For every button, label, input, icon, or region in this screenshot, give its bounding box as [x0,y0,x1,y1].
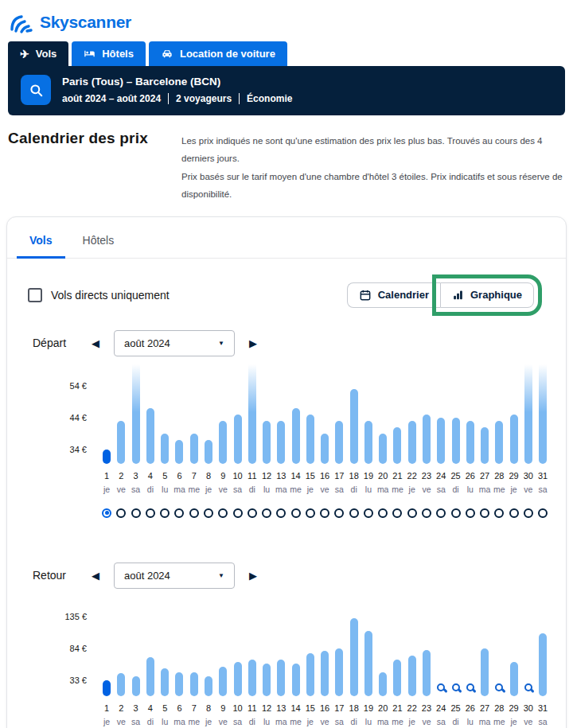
depart-bar-column-day-10[interactable] [230,415,244,464]
graph-view-button[interactable]: Graphique [440,282,534,308]
depart-day-radio-5[interactable] [160,508,170,518]
depart-day-radio-2[interactable] [116,508,126,518]
depart-bar-column-day-19[interactable] [361,421,376,464]
depart-bar-column-day-9[interactable] [216,421,230,464]
price-bar[interactable] [103,680,111,696]
depart-day-radio-4[interactable] [146,508,155,518]
search-summary-text[interactable]: Paris (Tous) – Barcelone (BCN) août 2024… [62,76,292,104]
depart-bar-column-day-31[interactable] [536,364,550,464]
zoom-icon[interactable] [524,683,532,691]
price-bar[interactable] [408,421,416,464]
skyscanner-logo[interactable]: Skyscanner [8,10,131,34]
depart-bar-column-day-3[interactable] [129,364,143,464]
price-bar[interactable] [117,673,125,696]
retour-bar-column-day-23[interactable] [419,650,434,696]
price-bar[interactable] [495,421,503,464]
retour-bar-column-day-3[interactable] [129,676,143,696]
retour-bar-column-day-21[interactable] [390,660,404,696]
calendar-view-button[interactable]: Calendrier [347,282,440,308]
depart-next-month-button[interactable]: ▶ [246,336,260,351]
price-bar[interactable] [248,660,256,696]
price-bar[interactable] [219,421,227,464]
retour-prev-month-button[interactable]: ◀ [88,568,103,583]
price-bar[interactable] [321,434,329,464]
direct-flights-checkbox[interactable]: Vols directs uniquement [28,288,170,302]
depart-day-radio-27[interactable] [480,508,489,518]
depart-bar-column-day-23[interactable] [419,415,434,464]
depart-bar-column-day-2[interactable] [114,421,128,464]
price-bar[interactable] [364,421,372,464]
depart-bar-column-day-6[interactable] [172,440,186,464]
retour-bar-column-day-17[interactable] [332,648,346,696]
depart-bar-column-day-30[interactable] [521,364,536,464]
retour-month-select[interactable]: août 2024 ▼ [114,563,235,589]
depart-day-radio-22[interactable] [407,508,417,518]
depart-day-radio-12[interactable] [262,508,271,518]
retour-bar-column-day-31[interactable] [536,633,550,696]
price-bar[interactable] [306,415,314,464]
retour-bar-column-day-2[interactable] [114,673,128,696]
price-bar[interactable] [481,427,489,464]
retour-bar-column-day-1[interactable] [99,680,114,696]
depart-bar-column-day-1[interactable] [99,450,114,464]
price-bar[interactable] [364,631,372,696]
depart-day-radio-11[interactable] [248,508,257,518]
retour-bar-column-day-11[interactable] [245,660,259,696]
depart-day-radio-9[interactable] [218,508,228,518]
retour-bar-column-day-18[interactable] [347,618,361,696]
price-bar[interactable] [423,415,431,464]
retour-bar-column-day-6[interactable] [172,672,186,696]
depart-bar-column-day-11[interactable] [245,364,259,464]
price-bar[interactable] [234,662,242,696]
price-bar[interactable] [146,408,154,464]
zoom-icon[interactable] [495,683,503,691]
price-bar[interactable] [175,440,183,464]
depart-bar-column-day-26[interactable] [463,421,477,464]
retour-bar-column-day-30[interactable] [521,683,536,696]
price-bar[interactable] [350,618,358,696]
depart-day-radio-20[interactable] [378,508,388,518]
depart-bar-column-day-24[interactable] [434,418,448,464]
depart-bar-column-day-27[interactable] [477,427,492,464]
retour-bar-column-day-7[interactable] [187,672,201,696]
retour-bar-column-day-15[interactable] [303,653,318,696]
zoom-icon[interactable] [437,683,445,691]
retour-bar-column-day-8[interactable] [201,676,216,696]
depart-bar-column-day-16[interactable] [318,434,332,464]
price-bar[interactable] [335,648,343,696]
price-bar[interactable] [263,664,271,696]
depart-bar-column-day-21[interactable] [390,427,404,464]
depart-bar-column-day-20[interactable] [376,434,390,464]
retour-bar-column-day-25[interactable] [448,683,462,696]
depart-day-radio-24[interactable] [436,508,446,518]
depart-month-select[interactable]: août 2024 ▼ [114,330,235,356]
price-bar[interactable] [510,415,518,464]
price-bar[interactable] [350,389,358,464]
price-bar[interactable] [539,633,547,696]
card-tab-hotels[interactable]: Hôtels [70,222,127,259]
depart-bar-column-day-29[interactable] [506,415,520,464]
depart-day-radio-31[interactable] [538,508,548,518]
depart-day-radio-25[interactable] [451,508,461,518]
depart-bar-column-day-12[interactable] [259,421,274,464]
price-bar[interactable] [379,672,387,696]
retour-bar-column-day-4[interactable] [143,657,158,696]
depart-bar-column-day-4[interactable] [143,408,158,464]
depart-bar-column-day-17[interactable] [332,421,346,464]
retour-bar-column-day-12[interactable] [259,664,274,696]
depart-day-radio-10[interactable] [233,508,243,518]
depart-day-radio-29[interactable] [509,508,519,518]
depart-day-radio-13[interactable] [276,508,286,518]
depart-bar-column-day-25[interactable] [448,418,462,464]
depart-day-radio-1[interactable] [102,508,111,518]
price-bar[interactable] [408,656,416,696]
price-bar[interactable] [524,364,532,464]
price-bar[interactable] [161,668,169,696]
retour-bar-column-day-29[interactable] [506,662,520,696]
depart-bar-column-day-13[interactable] [274,421,288,464]
depart-bar-column-day-7[interactable] [187,434,201,464]
depart-day-radio-28[interactable] [494,508,504,518]
price-bar[interactable] [146,657,154,696]
price-bar[interactable] [190,672,198,696]
depart-day-radio-21[interactable] [392,508,402,518]
